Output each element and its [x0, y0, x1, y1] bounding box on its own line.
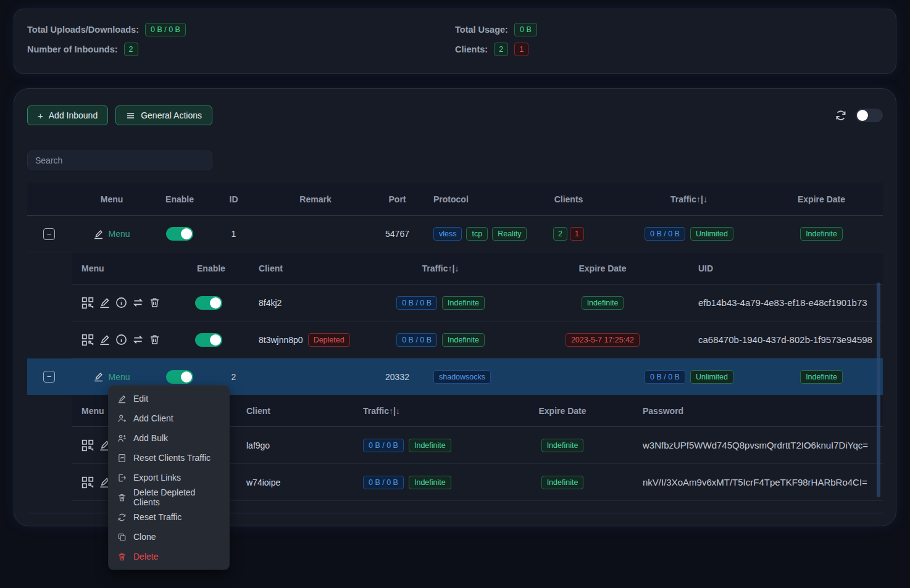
inbound-port: 54767 [371, 229, 424, 239]
add-inbound-button[interactable]: + Add Inbound [27, 106, 108, 125]
client-uid: efb14b43-4a79-4e83-ef18-e48cf1901b73 [683, 297, 883, 308]
general-actions-button[interactable]: General Actions [115, 106, 212, 125]
reset-traffic-icon[interactable] [132, 297, 144, 308]
info-icon[interactable] [115, 334, 127, 346]
stat-value-badge: 0 B / 0 B [145, 23, 186, 36]
plus-icon: + [38, 110, 43, 121]
inbound-id: 1 [207, 229, 260, 239]
client-name: w74ioipe [246, 478, 280, 487]
expire-badge: Indefinite [582, 296, 624, 310]
toolbar-right [835, 109, 883, 122]
trash-icon [117, 552, 127, 561]
traffic-badge: 0 B / 0 B [396, 296, 437, 310]
inbound-id: 2 [207, 372, 260, 382]
subheader-uid: UID [683, 263, 883, 273]
traffic-limit-badge: Indefinite [442, 333, 485, 347]
collapse-row-button[interactable]: − [43, 228, 55, 240]
toolbar: + Add Inbound General Actions [27, 106, 883, 125]
toggle-knob [857, 110, 868, 121]
header-id: ID [207, 194, 260, 204]
menu-item-delete[interactable]: Delete [109, 547, 229, 566]
qrcode-icon[interactable] [81, 334, 94, 346]
menu-item-reset-clients-traffic[interactable]: Reset Clients Traffic [109, 448, 229, 468]
expire-cell: Indefinite [522, 296, 683, 310]
client-name: 8f4kj2 [259, 298, 282, 308]
qrcode-icon[interactable] [81, 476, 94, 489]
client-uid: ca68470b-1940-437d-802b-1f9573e94598 [683, 334, 883, 345]
stat-label: Clients: [455, 44, 488, 54]
client-name-cell: w74ioipe [238, 478, 349, 487]
menu-item-edit[interactable]: Edit [109, 389, 229, 408]
delete-client-icon[interactable] [149, 334, 161, 346]
inbound-menu-button[interactable]: Menu [93, 371, 130, 382]
menu-item-export-links[interactable]: Export Links [109, 468, 229, 487]
client-enable-toggle[interactable] [195, 333, 222, 347]
trash-icon [117, 493, 127, 502]
header-clients: Clients [519, 194, 618, 204]
enable-cell [152, 227, 207, 241]
toggle-knob [181, 371, 192, 383]
edit-client-icon[interactable] [99, 297, 111, 308]
subheader-traffic[interactable]: Traffic↑|↓ [359, 263, 522, 273]
stat-value-badge: 0 B [514, 23, 537, 36]
depleted-badge: Depleted [308, 333, 350, 347]
sync-icon [117, 513, 127, 522]
stat-value-badge: 2 [124, 43, 138, 56]
traffic-cell: 0 B / 0 B Indefinite [349, 476, 495, 489]
info-icon[interactable] [115, 297, 127, 308]
header-menu: Menu [72, 194, 152, 204]
edit-icon [93, 371, 104, 382]
clients-active-badge: 2 [494, 43, 508, 56]
expire-cell: Indefinite [495, 476, 630, 489]
inbound-menu-button[interactable]: Menu [93, 229, 130, 239]
clients-depleted-badge: 1 [514, 43, 528, 56]
delete-client-icon[interactable] [149, 297, 161, 308]
qrcode-icon[interactable] [81, 297, 94, 309]
enable-cell [186, 333, 248, 347]
header-traffic[interactable]: Traffic↑|↓ [618, 194, 760, 204]
traffic-limit-badge: Unlimited [690, 227, 733, 241]
scrollbar-thumb[interactable] [877, 283, 880, 497]
menu-item-add-client[interactable]: Add Client [109, 408, 229, 428]
traffic-cell: 0 B / 0 B Indefinite [349, 439, 495, 452]
expand-cell: − [27, 371, 72, 383]
client-password: w3NfbzUPf5WWd745Q8pvsmQrdrttT2IO6knuI7Di… [630, 440, 883, 450]
header-enable: Enable [152, 194, 207, 204]
subheader-menu: Menu [72, 263, 186, 273]
traffic-cell: 0 B / 0 B Indefinite [359, 333, 522, 347]
subheader-password: Password [630, 406, 883, 416]
qrcode-icon[interactable] [81, 439, 94, 452]
inbound-port: 20332 [371, 372, 424, 382]
inbound-row-1: − Menu 1 54767 [27, 216, 883, 252]
enable-cell [152, 370, 207, 384]
menu-item-add-bulk[interactable]: Add Bulk [109, 428, 229, 448]
menu-item-reset-traffic[interactable]: Reset Traffic [109, 507, 229, 527]
inbound-enable-toggle[interactable] [166, 370, 193, 384]
protocol-tag: shadowsocks [433, 370, 491, 384]
edit-client-icon[interactable] [99, 334, 111, 346]
inbound-enable-toggle[interactable] [166, 227, 193, 241]
file-sync-icon [117, 453, 127, 463]
menu-item-delete-depleted-clients[interactable]: Delete Depleted Clients [109, 487, 229, 507]
search-input[interactable] [27, 151, 212, 170]
subheader-traffic[interactable]: Traffic↑|↓ [349, 406, 495, 416]
header-remark: Remark [260, 194, 371, 204]
hamburger-icon [126, 111, 135, 120]
expire-badge: Indefinite [541, 476, 584, 489]
client-actions-cell [72, 297, 186, 309]
client-name-cell: 8f4kj2 [248, 298, 359, 308]
collapse-row-button[interactable]: − [43, 371, 55, 383]
menu-item-clone[interactable]: Clone [109, 527, 229, 547]
traffic-limit-badge: Indefinite [442, 296, 485, 310]
traffic-badge: 0 B / 0 B [363, 439, 404, 452]
edit-icon [117, 394, 127, 404]
clients-depleted-badge: 1 [570, 227, 584, 241]
refresh-icon[interactable] [835, 109, 847, 122]
client-name: laf9go [246, 441, 270, 450]
enable-cell [186, 296, 248, 310]
header-protocol: Protocol [424, 194, 519, 204]
expire-cell: 2023-5-7 17:25:42 [522, 333, 683, 347]
auto-refresh-toggle[interactable] [856, 109, 883, 122]
client-enable-toggle[interactable] [195, 296, 222, 310]
reset-traffic-icon[interactable] [132, 334, 144, 346]
